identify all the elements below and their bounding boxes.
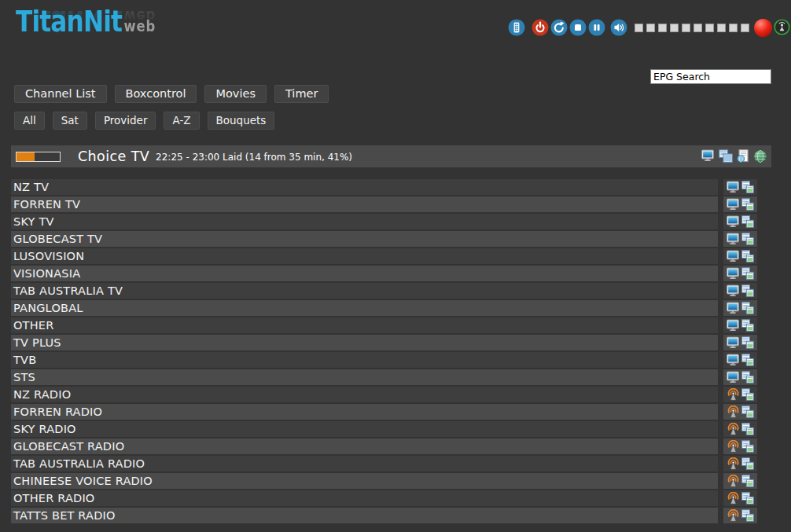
channel-row-actions [723,335,757,350]
channel-row-actions [723,490,757,506]
monitor-icon[interactable] [701,149,716,163]
channel-row-bar-nz-radio[interactable]: NZ RADIO [11,387,718,402]
epg-list-icon[interactable] [741,336,754,349]
filter-sat[interactable]: Sat [53,112,87,130]
epg-list-icon[interactable] [741,319,754,332]
tv-icon[interactable] [727,284,739,297]
windows-icon[interactable] [719,149,733,163]
channel-row: FORREN TV [11,196,757,212]
channel-row-actions [723,387,757,402]
pause-icon[interactable] [588,19,605,36]
tv-icon[interactable] [727,302,739,314]
volume-segment [646,24,655,32]
channel-row-bar-forren-radio[interactable]: FORREN RADIO [11,404,718,420]
tab-boxcontrol[interactable]: Boxcontrol [115,85,197,103]
tab-timer[interactable]: Timer [274,85,329,103]
row-gap [718,317,723,333]
channel-row: LUSOVISION [11,248,757,264]
channel-row-actions [723,196,757,212]
channel-name: SKY RADIO [13,423,76,435]
radio-icon[interactable] [727,405,739,418]
radio-icon[interactable] [727,440,739,453]
channel-row: TV PLUS [11,335,757,350]
radio-icon[interactable] [727,492,739,504]
channel-row-bar-globecast-radio[interactable]: GLOBECAST RADIO [11,438,718,454]
epg-list-icon[interactable] [741,302,754,314]
epg-list-icon[interactable] [741,509,754,522]
channel-row-bar-tvb[interactable]: TVB [11,352,718,368]
radio-icon[interactable] [727,475,739,487]
channel-row-actions [723,438,757,454]
radio-icon[interactable] [727,388,739,401]
filter-all[interactable]: All [14,112,45,130]
radio-icon[interactable] [727,457,739,470]
channel-row-actions [723,231,757,247]
power-icon[interactable] [532,19,549,36]
volume-icon[interactable] [610,19,627,36]
current-channel-name: Choice TV [78,149,149,164]
epg-list-icon[interactable] [741,354,754,366]
channel-row-bar-visionasia[interactable]: VISIONASIA [11,266,718,281]
epg-list-icon[interactable] [741,267,754,280]
filter-provider[interactable]: Provider [95,112,156,130]
radio-icon[interactable] [727,423,739,435]
restart-icon[interactable] [550,19,568,36]
tab-movies[interactable]: Movies [204,85,266,103]
radio-icon[interactable] [727,509,739,522]
channel-row-bar-globecast-tv[interactable]: GLOBECAST TV [11,231,718,247]
titannit-web-page: TitanNitweb TitanNitweb Channel ListBoxc… [0,0,791,532]
channel-row-bar-other-radio[interactable]: OTHER RADIO [11,490,718,506]
channel-name: TATTS BET RADIO [13,509,116,522]
epg-list-icon[interactable] [741,284,754,297]
channel-row-bar-other[interactable]: OTHER [11,317,718,333]
channel-row: VISIONASIA [11,266,757,281]
epg-list-icon[interactable] [741,492,754,504]
channel-row-bar-panglobal[interactable]: PANGLOBAL [11,300,718,316]
channel-row-bar-tatts-bet-radio[interactable]: TATTS BET RADIO [11,508,718,523]
epg-list-icon[interactable] [741,371,754,383]
tv-icon[interactable] [727,181,739,193]
channel-row-bar-sky-radio[interactable]: SKY RADIO [11,421,718,437]
channel-row-bar-forren-tv[interactable]: FORREN TV [11,196,718,212]
channel-name: NZ RADIO [13,388,71,401]
stop-icon[interactable] [569,19,587,36]
channel-row-bar-sky-tv[interactable]: SKY TV [11,214,718,229]
transmit-icon[interactable] [774,19,791,36]
epg-list-icon[interactable] [741,181,754,193]
epg-list-icon[interactable] [741,475,754,487]
tv-icon[interactable] [727,354,739,366]
epg-list-icon[interactable] [741,233,754,245]
epg-list-icon[interactable] [741,215,754,228]
remote-icon[interactable] [508,19,525,36]
epg-page-icon[interactable] [736,149,750,163]
tv-icon[interactable] [727,267,739,280]
tv-icon[interactable] [727,371,739,383]
tv-icon[interactable] [727,250,739,262]
channel-row-bar-tab-australia-tv[interactable]: TAB AUSTRALIA TV [11,283,718,299]
tv-icon[interactable] [727,319,739,332]
epg-search-input[interactable] [650,69,771,84]
channel-row-bar-nz-tv[interactable]: NZ TV [11,179,718,195]
volume-segment [741,24,749,32]
tv-icon[interactable] [727,198,739,211]
tv-icon[interactable] [727,215,739,228]
channel-row-bar-chineese-voice-radio[interactable]: CHINEESE VOICE RADIO [11,473,718,489]
filter-a-z[interactable]: A-Z [164,112,199,130]
globe-icon[interactable] [753,149,767,163]
row-gap [718,473,723,489]
channel-row-bar-tv-plus[interactable]: TV PLUS [11,335,718,350]
tv-icon[interactable] [727,336,739,349]
epg-list-icon[interactable] [741,250,754,262]
epg-list-icon[interactable] [741,440,754,453]
channel-row-bar-tab-australia-radio[interactable]: TAB AUSTRALIA RADIO [11,456,718,471]
epg-list-icon[interactable] [741,423,754,435]
tv-icon[interactable] [727,233,739,245]
epg-list-icon[interactable] [741,198,754,211]
epg-list-icon[interactable] [741,388,754,401]
channel-row-bar-lusovision[interactable]: LUSOVISION [11,248,718,264]
channel-row-bar-sts[interactable]: STS [11,369,718,385]
filter-bouquets[interactable]: Bouquets [208,112,275,130]
tab-channel-list[interactable]: Channel List [14,85,107,103]
epg-list-icon[interactable] [741,405,754,418]
epg-list-icon[interactable] [741,457,754,470]
